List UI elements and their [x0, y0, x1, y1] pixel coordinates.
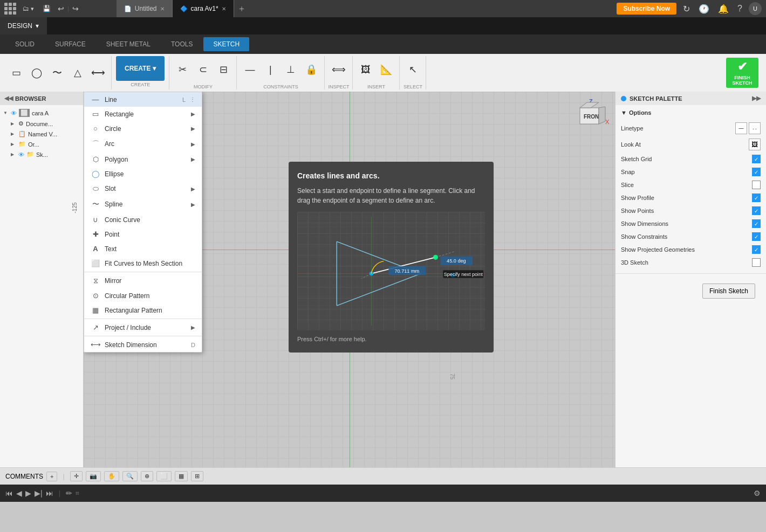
finish-sketch-button[interactable]: ✔ FINISH SKETCH [726, 58, 758, 88]
redo-button[interactable]: ↪ [70, 3, 81, 14]
menu-item-spline[interactable]: 〜 Spline ▶ [84, 196, 202, 212]
snap-checkbox[interactable] [752, 168, 761, 176]
zoom-btn[interactable]: 🔍 [122, 471, 138, 481]
settings-icon-btn[interactable]: ⚙ [754, 489, 761, 498]
show-projected-checkbox[interactable] [752, 245, 761, 254]
tool-vertical[interactable]: | [261, 57, 280, 82]
tab-sheet-metal[interactable]: SHEET METAL [97, 37, 160, 51]
play-end-btn[interactable]: ⏭ [46, 489, 53, 498]
menu-item-mirror[interactable]: ⧖ Mirror [84, 273, 202, 288]
zoom-fit-btn[interactable]: ⊕ [141, 471, 153, 481]
linetype-dashed-btn[interactable]: - - [749, 122, 761, 134]
canvas-area[interactable]: -25 25 50 75 Z X FRONT — [84, 92, 615, 467]
view-cube[interactable]: Z X FRONT [572, 97, 610, 135]
show-dims-checkbox[interactable] [752, 219, 761, 228]
tab-sketch[interactable]: SKETCH [203, 37, 249, 51]
tool-spline[interactable]: 〜 [47, 60, 67, 85]
show-profile-checkbox[interactable] [752, 194, 761, 202]
sidebar-item-doc-settings[interactable]: ▶ ⚙ Docume... [0, 119, 83, 129]
file-button[interactable]: 🗂 ▾ [19, 4, 37, 13]
notification-icon[interactable]: 🔔 [716, 3, 731, 15]
menu-item-point[interactable]: ✚ Point [84, 227, 202, 241]
undo-button[interactable]: ↩ [56, 3, 66, 14]
palette-row-3d-sketch: 3D Sketch [621, 256, 761, 269]
sidebar-item-sketches[interactable]: ▶ 👁 📁 Sk... [0, 149, 83, 160]
camera-btn[interactable]: 📷 [86, 471, 101, 481]
tool-insert-mesh[interactable]: 📐 [377, 57, 396, 82]
slice-checkbox[interactable] [752, 181, 761, 189]
tool-circle[interactable]: ◯ [27, 60, 46, 85]
menu-item-fit-curves[interactable]: ⬜ Fit Curves to Mesh Section [84, 256, 202, 271]
menu-item-sketch-dimension[interactable]: ⟷ Sketch Dimension D [84, 337, 202, 352]
save-button[interactable]: 💾 [40, 3, 52, 15]
palette-section-title[interactable]: ▼ Options [621, 109, 761, 116]
orbit-tool-btn[interactable]: ✛ [70, 471, 83, 481]
menu-item-polygon[interactable]: ⬡ Polygon ▶ [84, 152, 202, 167]
play-btn[interactable]: ▶ [25, 489, 31, 498]
sidebar-item-cara[interactable]: ▼ 👁 ⬜ cara A [0, 107, 83, 119]
menu-item-conic[interactable]: ∪ Conic Curve [84, 212, 202, 227]
menu-item-project-include[interactable]: ↗ Project / Include ▶ [84, 320, 202, 335]
tool-trim[interactable]: ✂ [173, 57, 192, 82]
menu-item-line[interactable]: — Line L ⋮ [84, 92, 202, 107]
tab-cara-close[interactable]: ✕ [222, 6, 226, 12]
sidebar-collapse-btn[interactable]: ◀◀ [4, 95, 13, 102]
app-grid-menu[interactable] [4, 3, 16, 15]
menu-item-arc[interactable]: ⌒ Arc ▶ [84, 136, 202, 152]
tab-surface[interactable]: SURFACE [45, 37, 95, 51]
linetype-solid-btn[interactable]: — [735, 122, 747, 134]
tool-triangle[interactable]: △ [68, 60, 87, 85]
line-shortcut: L [182, 96, 186, 103]
tool-select[interactable]: ↖ [403, 57, 422, 82]
toolbar-constraints: — | ⊥ 🔒 CONSTRAINTS [237, 56, 325, 89]
tab-untitled-close[interactable]: ✕ [160, 6, 165, 12]
tab-tools[interactable]: TOOLS [161, 37, 202, 51]
tab-cara[interactable]: 🔷 cara Av1* ✕ [173, 0, 234, 17]
tool-insert-image[interactable]: 🖼 [356, 57, 375, 82]
tool-rectangle[interactable]: ▭ [6, 60, 26, 85]
tool-perpendicular[interactable]: ⊥ [281, 57, 300, 82]
create-button[interactable]: CREATE ▾ [116, 56, 165, 81]
menu-item-text[interactable]: A Text [84, 241, 202, 256]
design-tab[interactable]: DESIGN ▾ [0, 17, 47, 34]
history-icon[interactable]: 🕐 [696, 3, 712, 15]
grid-display-btn[interactable]: ▦ [175, 471, 188, 481]
menu-item-ellipse[interactable]: ◯ Ellipse [84, 167, 202, 181]
sidebar-item-origin[interactable]: ▶ 📁 Or... [0, 139, 83, 149]
menu-item-slot[interactable]: ⬭ Slot ▶ [84, 181, 202, 196]
tool-dimension[interactable]: ⟷ [88, 60, 108, 85]
palette-finish-sketch-btn[interactable]: Finish Sketch [702, 284, 755, 299]
help-icon[interactable]: ? [735, 3, 744, 15]
add-comment-btn[interactable]: + [46, 472, 57, 481]
menu-item-circle[interactable]: ○ Circle ▶ [84, 121, 202, 136]
tool-project[interactable]: ⊟ [214, 57, 233, 82]
menu-item-circular-pattern[interactable]: ⊙ Circular Pattern [84, 288, 202, 303]
show-points-checkbox[interactable] [752, 206, 761, 215]
sidebar-item-named-views[interactable]: ▶ 📋 Named V... [0, 129, 83, 139]
sketch-grid-checkbox[interactable] [752, 155, 761, 163]
menu-item-rect-pattern[interactable]: ▦ Rectangular Pattern [84, 303, 202, 317]
tool-lock[interactable]: 🔒 [302, 57, 321, 82]
tool-offset[interactable]: ⊂ [193, 57, 213, 82]
tab-solid[interactable]: SOLID [5, 37, 44, 51]
display-btn[interactable]: ⬜ [156, 471, 172, 481]
refresh-icon[interactable]: ↻ [681, 3, 692, 15]
tool-measure[interactable]: ⟺ [329, 57, 348, 82]
look-at-btn[interactable]: 🖼 [749, 139, 761, 150]
3d-sketch-checkbox[interactable] [752, 258, 761, 267]
subscribe-button[interactable]: Subscribe Now [617, 3, 676, 15]
show-constraints-checkbox[interactable] [752, 232, 761, 241]
menu-text-label: Text [105, 245, 117, 253]
new-tab-button[interactable]: ＋ [234, 0, 249, 17]
tool-horizontal[interactable]: — [240, 57, 259, 82]
play-next-btn[interactable]: ▶| [35, 489, 43, 498]
pan-btn[interactable]: ✋ [104, 471, 119, 481]
tooltip-canvas-svg: 70.711 mm 45.0 deg Specify next point [297, 212, 485, 330]
menu-item-rectangle[interactable]: ▭ Rectangle ▶ [84, 107, 202, 121]
view-options-btn[interactable]: ⊞ [191, 471, 203, 481]
palette-collapse-btn[interactable]: ▶▶ [752, 95, 761, 102]
play-prev-btn[interactable]: ◀ [16, 489, 22, 498]
user-avatar[interactable]: U [749, 2, 762, 15]
tab-untitled[interactable]: 📄 Untitled ✕ [117, 0, 173, 17]
play-start-btn[interactable]: ⏮ [5, 489, 13, 498]
